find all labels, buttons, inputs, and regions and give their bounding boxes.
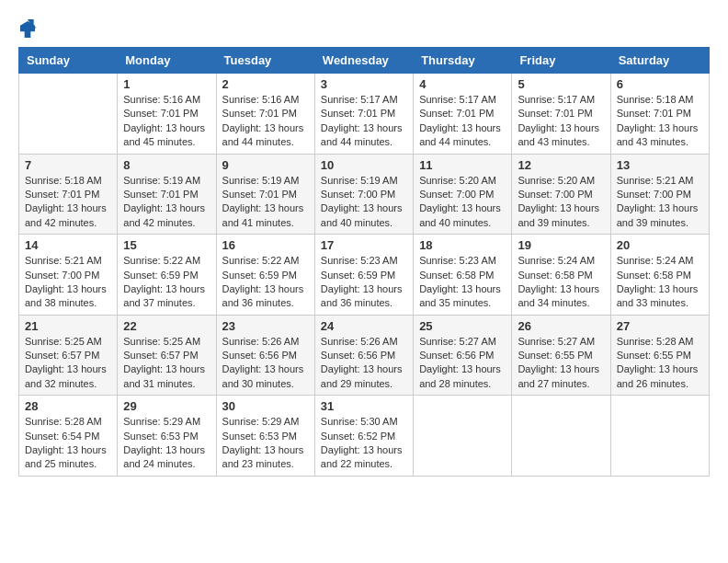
day-number: 18 (419, 238, 506, 252)
cell-info: Sunrise: 5:19 AMSunset: 7:01 PMDaylight:… (222, 174, 309, 231)
header-wednesday: Wednesday (314, 48, 413, 74)
day-number: 31 (321, 399, 407, 413)
day-number: 16 (222, 238, 309, 252)
cell-info: Sunrise: 5:23 AMSunset: 6:59 PMDaylight:… (321, 254, 407, 311)
calendar-cell: 28Sunrise: 5:28 AMSunset: 6:54 PMDayligh… (19, 396, 118, 477)
cell-info: Sunrise: 5:27 AMSunset: 6:56 PMDaylight:… (419, 335, 506, 392)
week-row-4: 28Sunrise: 5:28 AMSunset: 6:54 PMDayligh… (19, 396, 710, 477)
header-tuesday: Tuesday (216, 48, 314, 74)
cell-info: Sunrise: 5:24 AMSunset: 6:58 PMDaylight:… (518, 254, 604, 311)
calendar-cell: 24Sunrise: 5:26 AMSunset: 6:56 PMDayligh… (314, 315, 413, 396)
header-monday: Monday (118, 48, 216, 74)
cell-info: Sunrise: 5:16 AMSunset: 7:01 PMDaylight:… (123, 93, 210, 150)
cell-info: Sunrise: 5:18 AMSunset: 7:01 PMDaylight:… (617, 93, 703, 150)
calendar-cell: 14Sunrise: 5:21 AMSunset: 7:00 PMDayligh… (19, 235, 118, 316)
header-friday: Friday (512, 48, 610, 74)
day-number: 25 (419, 319, 506, 333)
cell-info: Sunrise: 5:23 AMSunset: 6:58 PMDaylight:… (419, 254, 506, 311)
cell-info: Sunrise: 5:19 AMSunset: 7:01 PMDaylight:… (123, 174, 210, 231)
calendar-cell: 13Sunrise: 5:21 AMSunset: 7:00 PMDayligh… (610, 154, 709, 235)
cell-info: Sunrise: 5:28 AMSunset: 6:54 PMDaylight:… (25, 415, 111, 472)
day-number: 1 (123, 77, 210, 91)
calendar-cell: 30Sunrise: 5:29 AMSunset: 6:53 PMDayligh… (216, 396, 314, 477)
calendar-cell: 2Sunrise: 5:16 AMSunset: 7:01 PMDaylight… (216, 74, 314, 155)
day-number: 12 (518, 158, 604, 172)
cell-info: Sunrise: 5:25 AMSunset: 6:57 PMDaylight:… (123, 335, 210, 392)
week-row-0: 1Sunrise: 5:16 AMSunset: 7:01 PMDaylight… (19, 74, 710, 155)
day-number: 7 (25, 158, 111, 172)
header-row: SundayMondayTuesdayWednesdayThursdayFrid… (19, 48, 710, 74)
calendar-cell (19, 74, 118, 155)
calendar-cell: 5Sunrise: 5:17 AMSunset: 7:01 PMDaylight… (512, 74, 610, 155)
day-number: 10 (321, 158, 407, 172)
calendar-cell: 16Sunrise: 5:22 AMSunset: 6:59 PMDayligh… (216, 235, 314, 316)
day-number: 13 (617, 158, 703, 172)
cell-info: Sunrise: 5:22 AMSunset: 6:59 PMDaylight:… (123, 254, 210, 311)
calendar-cell: 22Sunrise: 5:25 AMSunset: 6:57 PMDayligh… (118, 315, 216, 396)
cell-info: Sunrise: 5:16 AMSunset: 7:01 PMDaylight:… (222, 93, 309, 150)
calendar-cell: 27Sunrise: 5:28 AMSunset: 6:55 PMDayligh… (610, 315, 709, 396)
cell-info: Sunrise: 5:29 AMSunset: 6:53 PMDaylight:… (123, 415, 210, 472)
cell-info: Sunrise: 5:17 AMSunset: 7:01 PMDaylight:… (419, 93, 506, 150)
week-row-2: 14Sunrise: 5:21 AMSunset: 7:00 PMDayligh… (19, 235, 710, 316)
day-number: 4 (419, 77, 506, 91)
day-number: 23 (222, 319, 309, 333)
cell-info: Sunrise: 5:26 AMSunset: 6:56 PMDaylight:… (222, 335, 309, 392)
calendar-cell (414, 396, 512, 477)
calendar-table: SundayMondayTuesdayWednesdayThursdayFrid… (18, 47, 710, 477)
calendar-body: 1Sunrise: 5:16 AMSunset: 7:01 PMDaylight… (19, 74, 710, 477)
calendar-cell (512, 396, 610, 477)
day-number: 21 (25, 319, 111, 333)
header-saturday: Saturday (610, 48, 709, 74)
header-thursday: Thursday (414, 48, 512, 74)
cell-info: Sunrise: 5:29 AMSunset: 6:53 PMDaylight:… (222, 415, 309, 472)
calendar-cell: 20Sunrise: 5:24 AMSunset: 6:58 PMDayligh… (610, 235, 709, 316)
calendar-cell: 25Sunrise: 5:27 AMSunset: 6:56 PMDayligh… (414, 315, 512, 396)
header-sunday: Sunday (19, 48, 118, 74)
logo (18, 18, 40, 38)
day-number: 19 (518, 238, 604, 252)
cell-info: Sunrise: 5:21 AMSunset: 7:00 PMDaylight:… (25, 254, 111, 311)
cell-info: Sunrise: 5:30 AMSunset: 6:52 PMDaylight:… (321, 415, 407, 472)
day-number: 17 (321, 238, 407, 252)
calendar-cell: 31Sunrise: 5:30 AMSunset: 6:52 PMDayligh… (314, 396, 413, 477)
day-number: 2 (222, 77, 309, 91)
day-number: 24 (321, 319, 407, 333)
cell-info: Sunrise: 5:20 AMSunset: 7:00 PMDaylight:… (419, 174, 506, 231)
calendar-cell: 9Sunrise: 5:19 AMSunset: 7:01 PMDaylight… (216, 154, 314, 235)
day-number: 26 (518, 319, 604, 333)
calendar-cell: 8Sunrise: 5:19 AMSunset: 7:01 PMDaylight… (118, 154, 216, 235)
day-number: 27 (617, 319, 703, 333)
calendar-cell: 1Sunrise: 5:16 AMSunset: 7:01 PMDaylight… (118, 74, 216, 155)
cell-info: Sunrise: 5:17 AMSunset: 7:01 PMDaylight:… (518, 93, 604, 150)
calendar-cell: 3Sunrise: 5:17 AMSunset: 7:01 PMDaylight… (314, 74, 413, 155)
cell-info: Sunrise: 5:24 AMSunset: 6:58 PMDaylight:… (617, 254, 703, 311)
cell-info: Sunrise: 5:18 AMSunset: 7:01 PMDaylight:… (25, 174, 111, 231)
day-number: 3 (321, 77, 407, 91)
day-number: 9 (222, 158, 309, 172)
day-number: 30 (222, 399, 309, 413)
calendar-cell: 17Sunrise: 5:23 AMSunset: 6:59 PMDayligh… (314, 235, 413, 316)
day-number: 15 (123, 238, 210, 252)
calendar-cell: 10Sunrise: 5:19 AMSunset: 7:00 PMDayligh… (314, 154, 413, 235)
calendar-cell: 4Sunrise: 5:17 AMSunset: 7:01 PMDaylight… (414, 74, 512, 155)
calendar-cell (610, 396, 709, 477)
cell-info: Sunrise: 5:21 AMSunset: 7:00 PMDaylight:… (617, 174, 703, 231)
calendar-cell: 7Sunrise: 5:18 AMSunset: 7:01 PMDaylight… (19, 154, 118, 235)
cell-info: Sunrise: 5:20 AMSunset: 7:00 PMDaylight:… (518, 174, 604, 231)
day-number: 20 (617, 238, 703, 252)
day-number: 8 (123, 158, 210, 172)
calendar-cell: 29Sunrise: 5:29 AMSunset: 6:53 PMDayligh… (118, 396, 216, 477)
day-number: 22 (123, 319, 210, 333)
day-number: 28 (25, 399, 111, 413)
calendar-cell: 6Sunrise: 5:18 AMSunset: 7:01 PMDaylight… (610, 74, 709, 155)
calendar-cell: 18Sunrise: 5:23 AMSunset: 6:58 PMDayligh… (414, 235, 512, 316)
cell-info: Sunrise: 5:19 AMSunset: 7:00 PMDaylight:… (321, 174, 407, 231)
calendar-header: SundayMondayTuesdayWednesdayThursdayFrid… (19, 48, 710, 74)
calendar-cell: 12Sunrise: 5:20 AMSunset: 7:00 PMDayligh… (512, 154, 610, 235)
calendar-cell: 23Sunrise: 5:26 AMSunset: 6:56 PMDayligh… (216, 315, 314, 396)
page-header (18, 18, 710, 38)
calendar-cell: 21Sunrise: 5:25 AMSunset: 6:57 PMDayligh… (19, 315, 118, 396)
day-number: 29 (123, 399, 210, 413)
cell-info: Sunrise: 5:28 AMSunset: 6:55 PMDaylight:… (617, 335, 703, 392)
